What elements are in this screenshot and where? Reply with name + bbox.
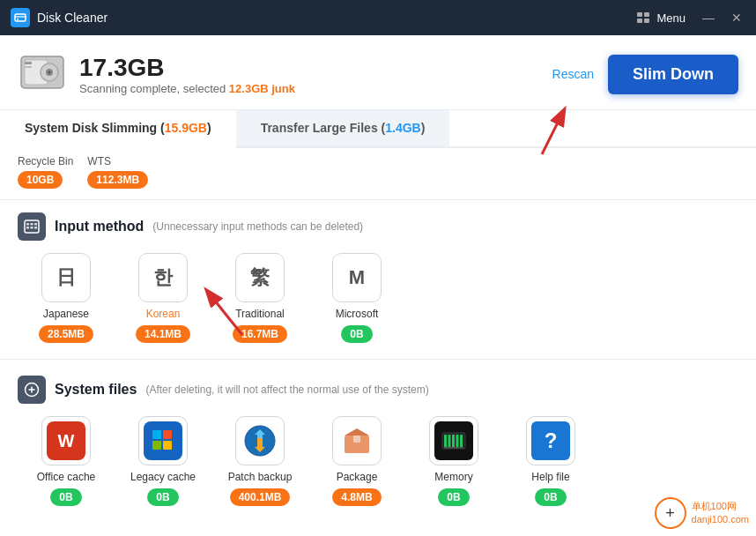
korean-icon: 한 bbox=[138, 253, 188, 302]
system-files-header: System files (After deleting, it will no… bbox=[18, 376, 738, 404]
input-method-traditional[interactable]: 繁 Traditional 16.7MB bbox=[220, 253, 300, 343]
svg-rect-17 bbox=[34, 223, 37, 226]
legacy-icon bbox=[144, 421, 182, 460]
tab-transfer-files[interactable]: Transfer Large Files (1.4GB) bbox=[236, 110, 450, 146]
header-info: 17.3GB Scanning complete, selected 12.3G… bbox=[79, 54, 295, 95]
package-size: 4.8MB bbox=[332, 488, 381, 506]
svg-rect-13 bbox=[25, 66, 32, 68]
help-file-size: 0B bbox=[535, 488, 566, 506]
system-file-help[interactable]: ? Help file 0B bbox=[511, 416, 590, 506]
disk-size: 17.3GB bbox=[79, 54, 295, 82]
content-area[interactable]: Input method (Unnecessary input methods … bbox=[0, 200, 756, 536]
svg-rect-32 bbox=[448, 435, 451, 447]
tag-recycle-bin: Recycle Bin 10GB bbox=[18, 155, 73, 189]
watermark-text: 单机100网 danji100.com bbox=[692, 500, 749, 527]
input-method-header: Input method (Unnecessary input methods … bbox=[18, 212, 738, 241]
microsoft-size: 0B bbox=[341, 325, 372, 343]
svg-rect-0 bbox=[15, 14, 26, 21]
wts-label: WTS bbox=[87, 155, 111, 168]
memory-size: 0B bbox=[438, 488, 469, 506]
japanese-label: Japanese bbox=[43, 308, 89, 320]
recycle-bin-badge: 10GB bbox=[18, 171, 63, 189]
svg-point-11 bbox=[48, 71, 51, 74]
hdd-icon bbox=[18, 49, 67, 99]
svg-rect-25 bbox=[163, 441, 172, 450]
korean-size: 14.1MB bbox=[136, 325, 190, 343]
svg-rect-33 bbox=[452, 435, 455, 447]
slim-down-button[interactable]: Slim Down bbox=[608, 55, 738, 94]
office-cache-size: 0B bbox=[50, 488, 81, 506]
package-icon-box bbox=[332, 416, 382, 465]
patch-backup-size: 400.1MB bbox=[230, 488, 291, 506]
menu-button[interactable]: Menu bbox=[637, 11, 686, 25]
main-window: 17.3GB Scanning complete, selected 12.3G… bbox=[0, 35, 756, 536]
input-method-items: 日 Japanese 28.5MB 한 Korean 14.1MB 繁 bbox=[18, 253, 738, 343]
window-controls: — ✕ bbox=[700, 11, 745, 25]
japanese-icon: 日 bbox=[41, 253, 91, 302]
svg-rect-5 bbox=[637, 19, 642, 23]
minimize-button[interactable]: — bbox=[700, 11, 717, 25]
titlebar: Disk Cleaner Menu — ✕ bbox=[0, 0, 756, 35]
help-icon: ? bbox=[531, 421, 570, 460]
input-method-section: Input method (Unnecessary input methods … bbox=[0, 200, 756, 355]
wts-badge: 112.3MB bbox=[87, 171, 148, 189]
svg-rect-19 bbox=[31, 227, 33, 229]
recycle-bin-label: Recycle Bin bbox=[18, 155, 73, 168]
input-method-title: Input method bbox=[55, 219, 144, 234]
memory-icon bbox=[434, 421, 473, 460]
app-icon bbox=[11, 8, 30, 27]
system-file-office-cache[interactable]: W Office cache 0B bbox=[26, 416, 106, 506]
system-files-icon bbox=[18, 376, 46, 404]
svg-point-2 bbox=[17, 19, 19, 20]
legacy-cache-label: Legacy cache bbox=[130, 471, 196, 483]
package-icon bbox=[337, 421, 376, 460]
junk-size: 12.3GB junk bbox=[229, 82, 295, 95]
tabs: System Disk Slimming (15.9GB) Transfer L… bbox=[0, 110, 756, 148]
legacy-icon-box bbox=[138, 416, 188, 465]
system-file-patch-backup[interactable]: Patch backup 400.1MB bbox=[220, 416, 300, 506]
header-left: 17.3GB Scanning complete, selected 12.3G… bbox=[18, 49, 295, 99]
header-actions: Rescan Slim Down bbox=[552, 55, 738, 94]
system-files-items: W Office cache 0B bbox=[18, 416, 738, 506]
svg-rect-36 bbox=[444, 447, 463, 449]
patch-icon-box bbox=[235, 416, 285, 465]
input-method-icon bbox=[18, 212, 46, 241]
microsoft-icon: M bbox=[332, 253, 382, 302]
scan-status: Scanning complete, selected 12.3GB junk bbox=[79, 82, 295, 95]
package-label: Package bbox=[337, 471, 378, 483]
rescan-button[interactable]: Rescan bbox=[552, 67, 594, 81]
svg-rect-35 bbox=[460, 435, 463, 447]
system-file-package[interactable]: Package 4.8MB bbox=[317, 416, 397, 506]
japanese-size: 28.5MB bbox=[39, 325, 93, 343]
header: 17.3GB Scanning complete, selected 12.3G… bbox=[0, 35, 756, 110]
traditional-label: Traditional bbox=[235, 308, 285, 320]
svg-rect-34 bbox=[456, 435, 459, 447]
svg-rect-31 bbox=[444, 435, 447, 447]
office-icon-box: W bbox=[41, 416, 91, 465]
traditional-icon: 繁 bbox=[235, 253, 285, 302]
svg-rect-23 bbox=[163, 430, 172, 439]
input-method-japanese[interactable]: 日 Japanese 28.5MB bbox=[26, 253, 106, 343]
svg-rect-16 bbox=[31, 223, 33, 226]
input-method-korean[interactable]: 한 Korean 14.1MB bbox=[123, 253, 203, 343]
watermark: + 单机100网 danji100.com bbox=[655, 497, 749, 529]
svg-rect-29 bbox=[353, 436, 360, 443]
system-file-legacy-cache[interactable]: Legacy cache 0B bbox=[123, 416, 203, 506]
svg-rect-3 bbox=[637, 12, 642, 17]
watermark-icon: + bbox=[655, 497, 686, 529]
tag-row: Recycle Bin 10GB WTS 112.3MB bbox=[0, 148, 756, 200]
input-method-microsoft[interactable]: M Microsoft 0B bbox=[317, 253, 397, 343]
svg-rect-24 bbox=[152, 441, 161, 450]
tab-system-disk[interactable]: System Disk Slimming (15.9GB) bbox=[0, 110, 236, 148]
svg-rect-18 bbox=[26, 227, 29, 229]
traditional-size: 16.7MB bbox=[233, 325, 287, 343]
system-file-memory[interactable]: Memory 0B bbox=[414, 416, 493, 506]
legacy-cache-size: 0B bbox=[147, 488, 178, 506]
svg-rect-15 bbox=[26, 223, 29, 226]
office-cache-label: Office cache bbox=[37, 471, 95, 483]
app-title: Disk Cleaner bbox=[37, 11, 107, 25]
close-button[interactable]: ✕ bbox=[728, 11, 745, 25]
titlebar-right: Menu — ✕ bbox=[637, 11, 745, 25]
svg-rect-4 bbox=[644, 12, 649, 17]
input-method-subtitle: (Unnecessary input methods can be delete… bbox=[152, 220, 363, 233]
